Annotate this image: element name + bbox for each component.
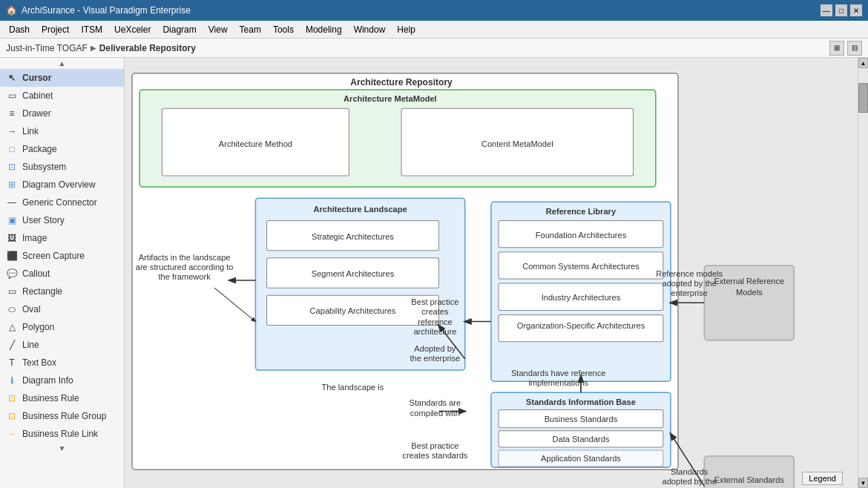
breadcrumb-icon-2[interactable]: ⊟ <box>847 41 862 56</box>
sidebar-item-polygon[interactable]: △Polygon <box>0 318 124 336</box>
scroll-track <box>858 68 868 478</box>
sidebar-item-label: Polygon <box>22 322 54 332</box>
menu-item-project[interactable]: Project <box>36 23 75 36</box>
sidebar-item-label: Cursor <box>22 73 51 83</box>
breadcrumb-item-2[interactable]: Deliverable Repository <box>99 43 196 53</box>
cabinet-icon: ▭ <box>6 90 18 102</box>
svg-text:Common Systems Architectures: Common Systems Architectures <box>522 262 640 271</box>
sidebar-item-oval[interactable]: ⬭Oval <box>0 300 124 318</box>
sidebar-item-callout[interactable]: 💬Callout <box>0 265 124 283</box>
breadcrumb-arrow: ▶ <box>91 44 96 52</box>
menu-item-itsm[interactable]: ITSM <box>75 23 108 36</box>
svg-text:Content MetaModel: Content MetaModel <box>481 139 553 148</box>
menu-item-uexceler[interactable]: UeXceler <box>108 23 157 36</box>
maximize-button[interactable]: □ <box>835 4 847 16</box>
scroll-down-button[interactable]: ▼ <box>858 478 868 488</box>
svg-text:Capability Architectures: Capability Architectures <box>310 306 396 315</box>
textbox-icon: T <box>6 357 18 369</box>
image-icon: 🖼 <box>6 232 18 244</box>
sidebar-item-diagram-info[interactable]: ℹDiagram Info <box>0 372 124 389</box>
sidebar-item-text-box[interactable]: TText Box <box>0 354 124 372</box>
svg-text:enterprise: enterprise <box>671 288 708 297</box>
minimize-button[interactable]: — <box>821 4 832 16</box>
svg-text:Application Standards: Application Standards <box>541 454 621 463</box>
sidebar-item-diagram-overview[interactable]: ⊞Diagram Overview <box>0 176 124 194</box>
sidebar-item-cabinet[interactable]: ▭Cabinet <box>0 87 124 105</box>
canvas-area: text { font-family: Arial, sans-serif; f… <box>125 58 858 488</box>
sidebar-item-screen-capture[interactable]: ⬛Screen Capture <box>0 247 124 265</box>
sidebar-item-cursor[interactable]: ↖Cursor <box>0 69 124 87</box>
legend-button[interactable]: Legend <box>802 472 843 485</box>
menu-item-team[interactable]: Team <box>234 23 267 36</box>
bizrulegroup-icon: ⊡ <box>6 410 18 422</box>
sidebar-item-label: Business Rule <box>22 393 79 403</box>
svg-text:Artifacts in the landscape: Artifacts in the landscape <box>139 253 231 262</box>
menu-item-dash[interactable]: Dash <box>3 23 36 36</box>
svg-text:Standards are: Standards are <box>410 398 461 407</box>
svg-text:Architecture Repository: Architecture Repository <box>350 77 453 88</box>
sidebar-item-label: Drawer <box>22 108 51 119</box>
bizrule-icon: ⊡ <box>6 392 18 404</box>
breadcrumb: Just-in-Time TOGAF ▶ Deliverable Reposit… <box>0 39 868 58</box>
sidebar-item-business-rule[interactable]: ⊡Business Rule <box>0 389 124 407</box>
sidebar-scroll-up[interactable]: ▲ <box>0 58 124 69</box>
sidebar-item-label: Image <box>22 233 47 243</box>
menu-item-view[interactable]: View <box>203 23 234 36</box>
menu-item-tools[interactable]: Tools <box>267 23 300 36</box>
sidebar-item-image[interactable]: 🖼Image <box>0 229 124 247</box>
diagram-icon: ⊞ <box>6 179 18 191</box>
svg-text:External Reference: External Reference <box>714 277 784 286</box>
sidebar-item-business-rule-group[interactable]: ⊡Business Rule Group <box>0 407 124 425</box>
menu-item-window[interactable]: Window <box>348 23 392 36</box>
sidebar-item-label: Diagram Info <box>22 375 73 386</box>
svg-text:adopted by the: adopted by the <box>662 279 717 288</box>
menu-item-help[interactable]: Help <box>391 23 421 36</box>
sidebar-item-business-rule-link[interactable]: →Business Rule Link <box>0 425 124 443</box>
vertical-scrollbar[interactable]: ▲ ▼ <box>858 58 868 488</box>
svg-text:Architecture MetaModel: Architecture MetaModel <box>343 94 437 103</box>
sidebar-item-rectangle[interactable]: ▭Rectangle <box>0 283 124 300</box>
subsystem-icon: ⊡ <box>6 161 18 173</box>
menu-item-modeling[interactable]: Modeling <box>300 23 348 36</box>
svg-text:Organization-Specific Architec: Organization-Specific Architectures <box>517 321 645 330</box>
svg-text:Models: Models <box>736 288 763 297</box>
breadcrumb-icon-1[interactable]: ⊞ <box>829 41 844 56</box>
svg-text:Standards: Standards <box>671 467 708 476</box>
drawer-icon: ≡ <box>6 108 18 119</box>
sidebar-item-drawer[interactable]: ≡Drawer <box>0 105 124 122</box>
svg-text:creates: creates <box>421 307 449 316</box>
polygon-icon: △ <box>6 321 18 333</box>
svg-text:architecture: architecture <box>413 327 456 336</box>
sidebar-item-user-story[interactable]: ▣User Story <box>0 211 124 229</box>
breadcrumb-item-1[interactable]: Just-in-Time TOGAF <box>6 43 88 53</box>
screencap-icon: ⬛ <box>6 250 18 262</box>
svg-text:Standards Information Base: Standards Information Base <box>526 398 636 406</box>
svg-text:creates standards: creates standards <box>402 451 468 460</box>
sidebar-item-label: Screen Capture <box>22 251 85 261</box>
scroll-thumb[interactable] <box>858 83 868 113</box>
line-icon: ╱ <box>6 339 18 351</box>
titlebar-controls[interactable]: — □ ✕ <box>821 4 862 16</box>
close-button[interactable]: ✕ <box>850 4 862 16</box>
sidebar-item-label: Line <box>22 340 39 350</box>
svg-text:adopted by the: adopted by the <box>662 477 717 486</box>
svg-text:Best practice: Best practice <box>411 441 458 450</box>
sidebar-item-subsystem[interactable]: ⊡Subsystem <box>0 158 124 176</box>
sidebar-item-package[interactable]: □Package <box>0 140 124 158</box>
rect-icon: ▭ <box>6 286 18 297</box>
menu-item-diagram[interactable]: Diagram <box>157 23 202 36</box>
bizrulelink-icon: → <box>6 428 18 440</box>
menubar: DashProjectITSMUeXcelerDiagramViewTeamTo… <box>0 21 868 39</box>
sidebar-item-line[interactable]: ╱Line <box>0 336 124 354</box>
sidebar-item-label: Rectangle <box>22 286 62 297</box>
svg-text:the framework: the framework <box>159 272 211 281</box>
svg-text:are structured according to: are structured according to <box>136 263 234 271</box>
sidebar-item-link[interactable]: →Link <box>0 122 124 140</box>
titlebar: 🏠 ArchiSurance - Visual Paradigm Enterpr… <box>0 0 868 21</box>
svg-text:Reference Library: Reference Library <box>546 207 617 216</box>
diagraminfo-icon: ℹ <box>6 375 18 386</box>
sidebar-scroll-down[interactable]: ▼ <box>0 443 124 454</box>
sidebar-item-generic-connector[interactable]: —Generic Connector <box>0 194 124 211</box>
scroll-up-button[interactable]: ▲ <box>858 58 868 68</box>
svg-text:Data Standards: Data Standards <box>552 435 609 444</box>
